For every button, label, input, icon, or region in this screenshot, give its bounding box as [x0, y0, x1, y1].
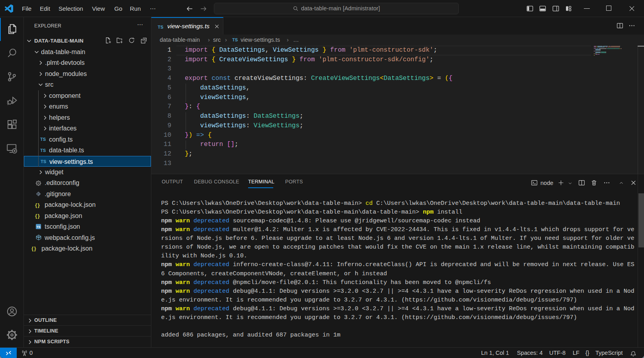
- svg-text:TS: TS: [36, 225, 40, 229]
